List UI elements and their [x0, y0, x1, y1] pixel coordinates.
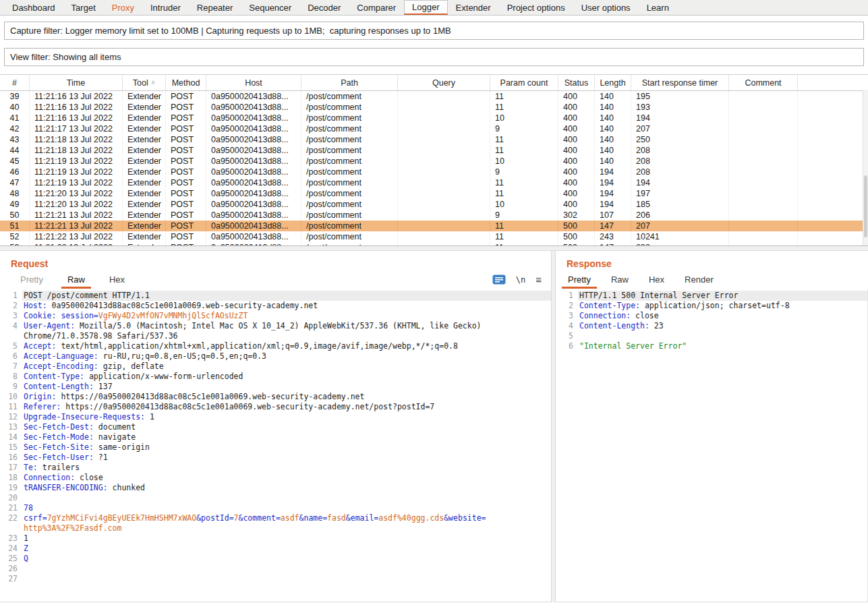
column-header-host[interactable]: Host: [206, 75, 301, 90]
column-header-length[interactable]: Length: [595, 75, 631, 90]
table-row-53[interactable]: 5311:21:22 13 Jul 2022ExtenderPOST0a9500…: [0, 242, 868, 245]
word-wrap-icon[interactable]: [492, 274, 506, 285]
code-line: 22csrf=7gYzhMCiFvi4gBEyUEEk7HmHSHM7xWAO&…: [0, 513, 551, 533]
column-header-time[interactable]: Time: [30, 75, 123, 90]
column-header-path[interactable]: Path: [301, 75, 398, 90]
menu-tab-user-options[interactable]: User options: [573, 0, 639, 15]
column-header-query[interactable]: Query: [398, 75, 490, 90]
cell: [398, 188, 490, 199]
menu-tab-logger[interactable]: Logger: [404, 0, 447, 15]
line-content: Cookie: session=VgFWy4D2vMfON7vMNMhjQlSc…: [22, 311, 551, 321]
table-row-41[interactable]: 4111:21:16 13 Jul 2022ExtenderPOST0a9500…: [0, 113, 868, 123]
table-row-40[interactable]: 4011:21:16 13 Jul 2022ExtenderPOST0a9500…: [0, 102, 868, 113]
cell: [398, 221, 490, 231]
cell: 0a9500020413d88...: [206, 231, 301, 242]
response-tab-raw[interactable]: Raw: [610, 272, 630, 287]
table-row-51[interactable]: 5111:21:21 13 Jul 2022ExtenderPOST0a9500…: [0, 221, 868, 231]
line-content: [22, 564, 551, 574]
cell: 39: [0, 91, 30, 102]
code-line: 231: [0, 533, 551, 544]
column-header-method[interactable]: Method: [166, 75, 206, 90]
table-row-44[interactable]: 4411:21:18 13 Jul 2022ExtenderPOST0a9500…: [0, 145, 868, 156]
capture-filter-bar[interactable]: Capture filter: Logger memory limit set …: [4, 22, 864, 40]
column-header-comment[interactable]: Comment: [729, 75, 798, 90]
newline-toggle-icon[interactable]: \n: [516, 275, 525, 285]
table-row-49[interactable]: 4911:21:20 13 Jul 2022ExtenderPOST0a9500…: [0, 199, 868, 210]
column-header-status[interactable]: Status: [558, 75, 595, 90]
logger-table: #TimeTool∧MethodHostPathQueryParam count…: [0, 74, 868, 245]
line-number: 25: [0, 554, 22, 564]
cell: 208: [631, 156, 729, 167]
code-span: chunked: [108, 483, 145, 492]
menu-tab-dashboard[interactable]: Dashboard: [4, 0, 63, 15]
view-filter-bar[interactable]: View filter: Showing all items: [4, 48, 864, 66]
table-row-42[interactable]: 4211:21:17 13 Jul 2022ExtenderPOST0a9500…: [0, 123, 868, 134]
menu-tab-extender[interactable]: Extender: [448, 0, 499, 15]
request-tab-hex[interactable]: Hex: [108, 272, 126, 287]
cell: /post/comment: [301, 231, 398, 242]
response-tab-pretty[interactable]: Pretty: [567, 272, 592, 287]
cell: [398, 134, 490, 145]
cell: 46: [0, 167, 30, 177]
cell: 197: [631, 188, 729, 199]
cell: [729, 134, 798, 145]
cell: /post/comment: [301, 188, 398, 199]
column-header-param-count[interactable]: Param count: [490, 75, 558, 90]
response-editor[interactable]: 1HTTP/1.1 500 Internal Server Error2Cont…: [556, 289, 868, 602]
menu-tab-project-options[interactable]: Project options: [499, 0, 573, 15]
scrollbar-thumb[interactable]: [864, 175, 867, 237]
line-number: 17: [0, 463, 22, 473]
code-span: &name=: [299, 513, 328, 523]
response-tab-hex[interactable]: Hex: [647, 272, 666, 287]
table-row-50[interactable]: 5011:21:21 13 Jul 2022ExtenderPOST0a9500…: [0, 210, 868, 221]
column-header-start-response-timer[interactable]: Start response timer: [631, 75, 729, 90]
column-header-label: Status: [565, 78, 588, 88]
vertical-splitter[interactable]: [551, 251, 556, 602]
menu-tab-target[interactable]: Target: [63, 0, 104, 15]
cell: [398, 156, 490, 167]
table-row-45[interactable]: 4511:21:19 13 Jul 2022ExtenderPOST0a9500…: [0, 156, 868, 167]
table-row-47[interactable]: 4711:21:19 13 Jul 2022ExtenderPOST0a9500…: [0, 177, 868, 188]
cell: 11:21:19 13 Jul 2022: [30, 167, 123, 177]
response-tab-render[interactable]: Render: [683, 272, 715, 287]
cell: 195: [631, 91, 729, 102]
line-content: HTTP/1.1 500 Internal Server Error: [578, 291, 867, 301]
menu-tab-sequencer[interactable]: Sequencer: [241, 0, 299, 15]
cell: 48: [0, 188, 30, 199]
horizontal-splitter[interactable]: [0, 245, 868, 251]
request-tab-pretty[interactable]: Pretty: [19, 272, 45, 287]
line-number: 23: [0, 533, 22, 544]
menu-tab-intruder[interactable]: Intruder: [142, 0, 189, 15]
code-span: 1: [145, 412, 154, 422]
request-tab-raw[interactable]: Raw: [66, 272, 86, 287]
request-editor[interactable]: 1POST /post/comment HTTP/1.12Host: 0a950…: [0, 289, 551, 602]
table-row-39[interactable]: 3911:21:16 13 Jul 2022ExtenderPOST0a9500…: [0, 91, 868, 102]
code-span: close: [75, 473, 103, 482]
table-scrollbar[interactable]: [863, 90, 868, 245]
cell: Extender: [123, 242, 166, 245]
code-span: Origin:: [24, 392, 56, 401]
menu-tab-proxy[interactable]: Proxy: [104, 0, 142, 15]
code-span: Referer:: [24, 402, 61, 411]
column-header-label: Comment: [745, 78, 781, 88]
column-header-tool[interactable]: Tool∧: [123, 75, 166, 90]
line-content: Upgrade-Insecure-Requests: 1: [22, 412, 551, 422]
table-row-43[interactable]: 4311:21:18 13 Jul 2022ExtenderPOST0a9500…: [0, 134, 868, 145]
burp-window: DashboardTargetProxyIntruderRepeaterSequ…: [0, 0, 868, 607]
menu-tab-decoder[interactable]: Decoder: [299, 0, 349, 15]
code-line: 2178: [0, 503, 551, 513]
table-row-48[interactable]: 4811:21:20 13 Jul 2022ExtenderPOST0a9500…: [0, 188, 868, 199]
menu-tab-learn[interactable]: Learn: [639, 0, 677, 15]
column-header-number[interactable]: #: [0, 75, 30, 90]
cell: POST: [166, 134, 206, 145]
cell: POST: [166, 231, 206, 242]
menu-tab-repeater[interactable]: Repeater: [189, 0, 241, 15]
response-panel: Response PrettyRawHexRender 1HTTP/1.1 50…: [556, 251, 868, 602]
editor-menu-icon[interactable]: ≡: [536, 274, 542, 285]
menu-tab-comparer[interactable]: Comparer: [349, 0, 404, 15]
line-number: 3: [0, 311, 22, 321]
table-row-46[interactable]: 4611:21:19 13 Jul 2022ExtenderPOST0a9500…: [0, 167, 868, 177]
table-row-52[interactable]: 5211:21:22 13 Jul 2022ExtenderPOST0a9500…: [0, 231, 868, 242]
code-line: 3Connection: close: [556, 311, 867, 321]
cell: Extender: [123, 113, 166, 123]
